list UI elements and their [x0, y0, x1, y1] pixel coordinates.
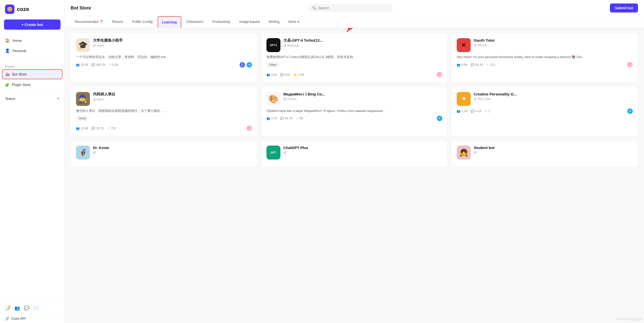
tab-recent-label: Recent [112, 20, 123, 24]
users-stat: 👥10.6K [76, 127, 88, 130]
bot-author: Rvk_Cool [474, 97, 633, 101]
sidebar-item-personal[interactable]: 👤 Personal [2, 46, 62, 56]
bot-author [474, 151, 633, 154]
telegram-icon: ✈ [246, 62, 252, 68]
user-avatar [627, 62, 633, 68]
teams-label: Teams [5, 97, 15, 101]
bot-info: 大学生摸鱼小助手 soieh [93, 38, 252, 49]
bot-avatar: 🎨 [266, 92, 280, 106]
bot-card-creative[interactable]: ✦ Creative Personality G... Rvk_Cool 👥1.… [452, 87, 638, 137]
tab-writing-label: Writing [268, 20, 279, 24]
sidebar-bottom-icons: 📝 👥 💬 ✉️ [0, 302, 64, 314]
stars-stat: ☆122 [486, 63, 495, 67]
api-icon: 🔗 [5, 316, 9, 320]
bot-grid-container: 🎓 大学生摸鱼小助手 soieh 一个可以帮你写论文，润色文章，查资料，写总结，… [65, 28, 644, 323]
bot-card-header: GPT ChatGPT Plus [266, 146, 442, 160]
stars-stat: ⭐1.5K [293, 73, 304, 77]
coze-api-label: Coze API [11, 316, 26, 320]
store-icon: 🤖 [6, 72, 10, 76]
bot-name: МедиаМост | Bing Co... [284, 92, 442, 96]
telegram-icon: ✈ [627, 108, 633, 114]
tab-image-based-label: Image-based [239, 20, 260, 24]
views-stat: 💬56.3K [471, 63, 483, 67]
tab-productivity-label: Productivity [212, 20, 230, 24]
bot-card-mediamost[interactable]: 🎨 МедиаМост | Bing Co... Uvarov Приветст… [261, 87, 448, 137]
users-stat: 👥4.6K [266, 73, 278, 77]
tab-image-based[interactable]: Image-based [235, 16, 264, 28]
user-avatar [437, 72, 442, 78]
mail-icon[interactable]: ✉️ [33, 305, 39, 311]
header: Bot Store 🔍 Submit bot [65, 0, 644, 16]
tab-recommended-label: Recommended [75, 20, 98, 24]
bot-desc: 免费使用GPT-4 Turbo大模型以及DALLE-3模型。具有丰富的... [266, 55, 442, 60]
bot-footer: 👥9.9K 💬56.3K ☆122 [457, 62, 633, 68]
create-bot-button[interactable]: + Create bot [4, 20, 60, 30]
logo-text: coze [17, 6, 29, 13]
bot-stats: 👥1.2K 💬4.1K ☆2 [457, 109, 490, 113]
tab-more-label: More ▾ [288, 20, 299, 24]
notes-icon[interactable]: 📝 [5, 305, 10, 311]
divider [4, 60, 60, 60]
tab-learning[interactable]: Learning [158, 16, 181, 28]
tab-writing[interactable]: Writing [264, 16, 283, 28]
views-stat: 💬86.7K [280, 117, 292, 120]
bot-stats: 👥4.6K 💬51K ⭐1.5K [266, 73, 304, 77]
bot-author [284, 151, 442, 154]
search-bar[interactable]: 🔍 [308, 4, 393, 12]
bot-info: Gauth Tutor alexcai [474, 38, 633, 48]
bot-card-student-bot[interactable]: 👧 Student bot [452, 140, 638, 167]
bot-card-dasheng[interactable]: GPT-4 大圣-GPT-4 Turbo(12... WuKong 免费使用GP… [261, 33, 448, 83]
chat-icon[interactable]: 💬 [24, 305, 30, 311]
add-team-button[interactable]: + [57, 96, 60, 101]
stars-stat: ☆2 [484, 109, 490, 113]
bot-footer: 👥3.7K 💬86.7K ☆99 ✈ [266, 116, 442, 121]
tab-productivity[interactable]: Productivity [208, 16, 234, 28]
tab-public-config[interactable]: Public Config [128, 16, 157, 28]
bot-card-header: 🦸 Dr. Know [76, 146, 252, 160]
bot-channels [437, 72, 442, 78]
bot-channels: D ✈ [240, 62, 252, 68]
bot-avatar: ✦ [457, 92, 471, 106]
divider-2 [4, 91, 60, 92]
contacts-icon[interactable]: 👥 [14, 305, 20, 311]
tab-recommended[interactable]: Recommended ❓ [71, 16, 107, 28]
coze-api-item[interactable]: 🔗 Coze API [0, 314, 64, 323]
bot-card-gauth-tutor[interactable]: ✕ Gauth Tutor alexcai Hey there! I'm you… [452, 33, 638, 83]
bot-card-libai[interactable]: 🧙 代码诗人李白 leizm 唐代诗人李白，阴差阳错从唐朝穿越到现代，为了挣口饭… [71, 87, 257, 137]
bot-stats: 👥9.9K 💬56.3K ☆122 [457, 63, 495, 67]
bot-info: Student bot [474, 146, 633, 156]
stars-stat: ☆99 [296, 117, 303, 120]
person-icon: 👤 [5, 48, 10, 53]
telegram-icon: ✈ [437, 116, 442, 121]
sidebar-item-bot-store[interactable]: 🤖 Bot Store [2, 69, 62, 79]
users-stat: 👥3.7K [266, 117, 278, 120]
bot-stats: 👥10.6K 💬33.7K ☆723 [76, 127, 116, 130]
bot-footer: 👥20.3K 💬490.3K ☆5.2K D ✈ [76, 62, 252, 68]
submit-bot-button[interactable]: Submit bot [610, 4, 638, 13]
bot-channels: ✈ [437, 116, 442, 121]
bot-name: 大圣-GPT-4 Turbo(12... [284, 38, 442, 43]
tabs-bar: Recommended ❓ Recent Public Config Learn… [65, 16, 644, 28]
bot-name: Gauth Tutor [474, 38, 633, 42]
tab-characters[interactable]: Characters [182, 16, 207, 28]
bot-channels: ✈ [627, 108, 633, 114]
search-input[interactable] [318, 6, 389, 10]
sidebar-item-home[interactable]: 🏠 Home [2, 36, 62, 45]
sidebar-item-label: Home [12, 39, 22, 43]
tab-recent[interactable]: Recent [108, 16, 127, 28]
bot-author: soieh [93, 44, 252, 47]
bot-desc: Hey there! I'm your personal homework bu… [457, 55, 633, 60]
bot-card-daxuesheng[interactable]: 🎓 大学生摸鱼小助手 soieh 一个可以帮你写论文，润色文章，查资料，写总结，… [71, 33, 257, 83]
bot-info: ChatGPT Plus [284, 146, 442, 156]
bot-card-header: 🎓 大学生摸鱼小助手 soieh [76, 38, 252, 52]
bot-avatar: 👧 [457, 146, 471, 160]
bot-info: Dr. Know [93, 146, 252, 156]
discord-icon: D [240, 62, 245, 68]
tab-more[interactable]: More ▾ [284, 16, 303, 28]
home-icon: 🏠 [5, 38, 10, 43]
sidebar-item-plugin-store[interactable]: 🧩 Plugin Store [2, 80, 62, 89]
bot-footer: 👥10.6K 💬33.7K ☆723 [76, 126, 252, 131]
bot-card-chatgpt-plus[interactable]: GPT ChatGPT Plus [261, 140, 448, 167]
bot-author: leizm [93, 98, 252, 101]
bot-card-dr-know[interactable]: 🦸 Dr. Know [71, 140, 257, 167]
